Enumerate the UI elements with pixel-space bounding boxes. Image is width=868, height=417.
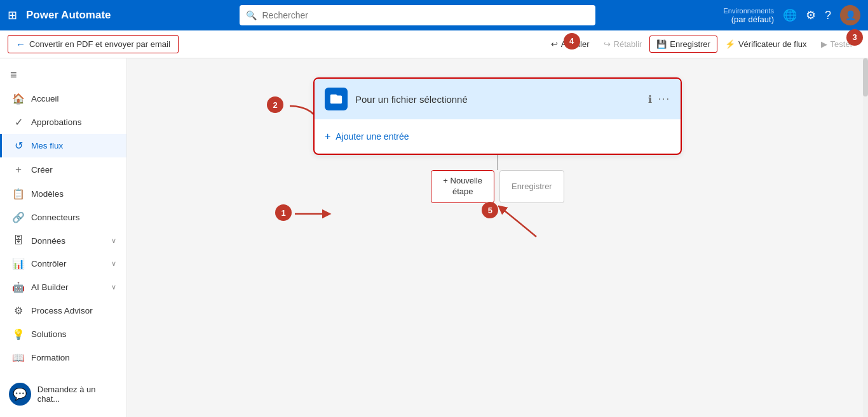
step-save-button[interactable]: Enregistrer (499, 170, 564, 203)
nouvelle-etape-button[interactable]: + Nouvelle étape (431, 170, 494, 203)
verificateur-label: Vérificateur de flux (738, 39, 807, 49)
sidebar-item-ai-builder[interactable]: 🤖 AI Builder ∨ (0, 275, 126, 299)
flow-card-header-actions: ℹ ··· (648, 93, 670, 105)
toolbar: ← Convertir en PDF et envoyer par email … (0, 30, 868, 58)
sidebar-item-approbations[interactable]: ✓ Approbations (0, 110, 126, 134)
sidebar-item-process-advisor[interactable]: ⚙ Process Advisor (0, 299, 126, 322)
nav-right: Environnements (par défaut) 🌐 ⚙ ? 👤 (723, 5, 860, 25)
flow-card: Pour un fichier sélectionné ℹ ··· + Ajou… (313, 77, 682, 155)
chat-button[interactable]: 💬 (9, 383, 31, 406)
add-entry-button[interactable]: + Ajouter une entrée (325, 128, 670, 145)
annuler-icon: ↩ (551, 39, 558, 49)
search-wrapper: 🔍 (240, 5, 595, 25)
back-arrow-icon: ← (16, 39, 25, 50)
new-step-buttons: + Nouvelle étape Enregistrer (431, 170, 564, 203)
nouvelle-etape-label-2: étape (452, 187, 473, 197)
sidebar-item-connecteurs[interactable]: 🔗 Connecteurs (0, 206, 126, 229)
sidebar-item-donnees[interactable]: 🗄 Données ∨ (0, 229, 126, 252)
step-connector (497, 155, 498, 170)
add-entry-label: Ajouter une entrée (336, 131, 409, 142)
monitor-icon: 📊 (12, 258, 25, 270)
env-block: Environnements (par défaut) (723, 7, 774, 24)
annotation-5: 5 (482, 202, 498, 218)
annotation-3: 3 (846, 29, 863, 46)
sidebar-label-accueil: Accueil (31, 94, 59, 103)
globe-icon[interactable]: 🌐 (783, 8, 797, 22)
main-layout: ≡ 🏠 Accueil ✓ Approbations ↺ Mes flux ＋ … (0, 58, 868, 417)
sidebar-label-controler: Contrôler (31, 259, 67, 268)
flow-card-title: Pour un fichier sélectionné (355, 94, 641, 105)
retablir-icon: ↪ (604, 39, 611, 49)
retablir-button[interactable]: ↪ Rétablir (597, 36, 649, 52)
process-icon: ⚙ (12, 305, 25, 317)
top-nav: ⊞ Power Automate 🔍 Environnements (par d… (0, 0, 868, 30)
search-icon: 🔍 (246, 10, 257, 20)
flow-card-header: Pour un fichier sélectionné ℹ ··· (315, 79, 681, 119)
approvals-icon: ✓ (12, 116, 25, 128)
formation-icon: 📖 (12, 352, 25, 364)
controler-chevron-icon: ∨ (111, 260, 116, 268)
scrollbar-thumb[interactable] (863, 58, 868, 96)
search-input[interactable] (240, 5, 595, 25)
avatar[interactable]: 👤 (840, 5, 860, 25)
enregistrer-button[interactable]: 💾 Enregistrer (649, 36, 717, 53)
annotation-2: 2 (267, 96, 283, 113)
sidebar-label-ai-builder: AI Builder (31, 282, 69, 292)
plus-icon: + (325, 131, 330, 142)
sidebar-item-controler[interactable]: 📊 Contrôler ∨ (0, 252, 126, 275)
solutions-icon: 💡 (12, 328, 25, 340)
chat-section[interactable]: 💬 Demandez à un chat... (0, 376, 126, 412)
sidebar-label-solutions: Solutions (31, 329, 67, 339)
help-icon[interactable]: ? (825, 9, 831, 22)
tester-icon: ▶ (821, 39, 827, 49)
verificateur-button[interactable]: ⚡ Vérificateur de flux (719, 36, 813, 52)
annotation-4: 4 (564, 33, 580, 50)
canvas: 2 1 (127, 58, 868, 417)
sidebar-item-formation[interactable]: 📖 Formation (0, 346, 126, 369)
sidebar-collapse-button[interactable]: ≡ (0, 63, 126, 87)
sidebar-item-accueil[interactable]: 🏠 Accueil (0, 87, 126, 110)
back-label: Convertir en PDF et envoyer par email (29, 39, 170, 49)
settings-icon[interactable]: ⚙ (806, 8, 816, 22)
more-options-icon[interactable]: ··· (658, 93, 670, 105)
retablir-label: Rétablir (614, 39, 642, 49)
sidebar-label-creer: Créer (31, 165, 53, 175)
sidebar-label-formation: Formation (31, 353, 70, 362)
back-button[interactable]: ← Convertir en PDF et envoyer par email (8, 35, 179, 53)
env-label: Environnements (723, 7, 774, 15)
home-icon: 🏠 (12, 93, 25, 105)
sidebar-label-donnees: Données (31, 236, 65, 246)
verificateur-icon: ⚡ (725, 39, 735, 49)
enregistrer-label: Enregistrer (670, 39, 710, 49)
sidebar-item-solutions[interactable]: 💡 Solutions (0, 322, 126, 346)
help-circle-icon[interactable]: ℹ (648, 93, 652, 105)
env-name: (par défaut) (731, 15, 774, 24)
sidebar: ≡ 🏠 Accueil ✓ Approbations ↺ Mes flux ＋ … (0, 58, 127, 417)
grid-icon[interactable]: ⊞ (8, 8, 17, 22)
app-title: Power Automate (26, 9, 111, 22)
annotation-1: 1 (275, 204, 292, 221)
sidebar-label-modeles: Modèles (31, 189, 64, 199)
flow-card-body: + Ajouter une entrée (315, 119, 681, 154)
sidebar-label-process-advisor: Process Advisor (31, 306, 93, 315)
sidebar-label-mes-flux: Mes flux (31, 141, 63, 150)
sidebar-label-approbations: Approbations (31, 117, 82, 127)
chat-label: Demandez à un chat... (37, 385, 118, 404)
scrollbar-track[interactable] (863, 58, 868, 417)
create-icon: ＋ (12, 163, 25, 176)
flow-card-icon (325, 88, 348, 110)
sidebar-item-creer[interactable]: ＋ Créer (0, 157, 126, 182)
nouvelle-etape-label-1: + Nouvelle (443, 176, 482, 187)
data-icon: 🗄 (12, 235, 25, 246)
donnees-chevron-icon: ∨ (111, 237, 116, 245)
ai-icon: 🤖 (12, 281, 25, 293)
save-icon: 💾 (656, 39, 667, 49)
ai-builder-chevron-icon: ∨ (111, 283, 116, 291)
templates-icon: 📋 (12, 188, 25, 200)
sidebar-label-connecteurs: Connecteurs (31, 213, 80, 222)
canvas-content: 1 (307, 77, 688, 203)
sidebar-item-modeles[interactable]: 📋 Modèles (0, 182, 126, 206)
step-save-label: Enregistrer (512, 182, 552, 191)
sidebar-item-mes-flux[interactable]: ↺ Mes flux (0, 134, 126, 157)
toolbar-actions: ↩ Annuler ↪ Rétablir 💾 Enregistrer ⚡ Vér… (545, 36, 860, 53)
